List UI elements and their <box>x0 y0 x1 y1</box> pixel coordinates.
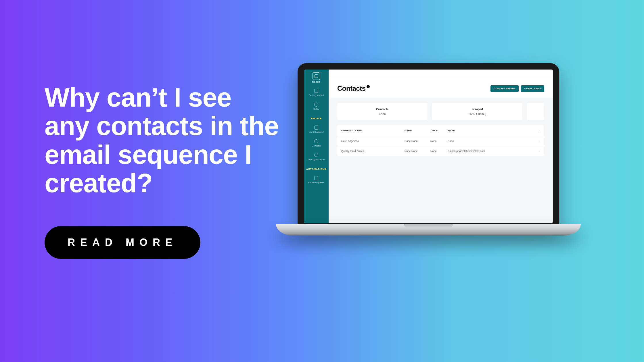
stat-card-partial <box>527 103 544 120</box>
cell-name: None None <box>405 150 430 153</box>
table-row[interactable]: Hotel Angeleno None None None None › <box>337 136 544 146</box>
stat-value: 1576 <box>340 112 425 115</box>
sidebar-item-label: Getting started <box>309 94 324 97</box>
brand-logo-icon <box>313 72 320 80</box>
col-company: COMPANY NAME <box>341 129 405 132</box>
stat-value: 1549 ( 98% ) <box>435 112 520 115</box>
cell-name: None None <box>405 140 430 143</box>
app-screen: ROCKS Getting started Sales PEOPLE List … <box>304 70 553 223</box>
app-topbar <box>329 70 553 78</box>
email-templates-icon <box>314 176 318 180</box>
chevron-right-icon: › <box>534 140 540 143</box>
sidebar-item-label: Sales <box>313 108 319 111</box>
contacts-table: COMPANY NAME NAME TITLE EMAIL L Hotel An… <box>337 125 544 156</box>
stat-label: Scraped <box>435 108 520 111</box>
header-buttons: CONTACT STATUS + NEW CONTA <box>490 85 544 92</box>
list-icon <box>314 126 318 130</box>
sidebar-item-sales[interactable]: Sales <box>312 103 320 111</box>
app-main: Contacts i CONTACT STATUS + NEW CONTA Co… <box>329 70 553 223</box>
sidebar-item-label: List | Segment <box>309 131 324 134</box>
table-header-row: COMPANY NAME NAME TITLE EMAIL L <box>337 125 544 136</box>
col-email: EMAIL <box>448 129 534 132</box>
cell-title: None <box>430 150 448 153</box>
getting-started-icon <box>314 89 318 93</box>
brand-logo-text: ROCKS <box>312 81 320 83</box>
stats-row: Contacts 1576 Scraped 1549 ( 98% ) <box>329 98 553 120</box>
sidebar-item-label: Lead generation <box>308 158 325 161</box>
new-contact-button[interactable]: + NEW CONTA <box>521 85 544 92</box>
table-row[interactable]: Quality Inn & Suites None None None clie… <box>337 146 544 156</box>
page-title: Contacts i <box>337 84 370 93</box>
sidebar-item-lead-generation[interactable]: Lead generation <box>307 153 326 161</box>
col-title: TITLE <box>430 129 448 132</box>
sidebar-item-list-segment[interactable]: List | Segment <box>308 126 325 134</box>
col-name: NAME <box>405 129 430 132</box>
chevron-right-icon: › <box>534 150 540 153</box>
read-more-button[interactable]: READ MORE <box>45 226 200 259</box>
laptop-notch <box>404 224 453 228</box>
laptop-base <box>276 224 581 236</box>
app-sidebar: ROCKS Getting started Sales PEOPLE List … <box>304 70 329 223</box>
sidebar-section-people: PEOPLE <box>311 117 322 120</box>
col-extra: L <box>534 129 540 132</box>
contacts-icon <box>314 139 318 143</box>
stat-label: Contacts <box>340 108 425 111</box>
sidebar-item-label: Contacts <box>312 145 321 147</box>
cell-company: Hotel Angeleno <box>341 140 405 143</box>
sidebar-item-contacts[interactable]: Contacts <box>310 139 322 147</box>
hero-title: Why can’t I see any contacts in the emai… <box>45 83 280 197</box>
laptop-screen-frame: ROCKS Getting started Sales PEOPLE List … <box>298 63 559 228</box>
sidebar-item-label: Email templates <box>308 181 325 184</box>
laptop-mockup: ROCKS Getting started Sales PEOPLE List … <box>276 63 581 270</box>
hero: Why can’t I see any contacts in the emai… <box>45 83 280 259</box>
cell-title: None <box>430 140 448 143</box>
sidebar-item-getting-started[interactable]: Getting started <box>308 89 325 97</box>
cell-email: clientsupport@choicehotels.com <box>448 150 534 153</box>
app-header: Contacts i CONTACT STATUS + NEW CONTA <box>329 78 553 98</box>
stat-card-scraped: Scraped 1549 ( 98% ) <box>432 103 522 120</box>
page-title-text: Contacts <box>337 84 366 93</box>
sidebar-item-email-templates[interactable]: Email templates <box>307 176 326 184</box>
lead-gen-icon <box>314 153 318 157</box>
sidebar-section-automations: AUTOMATIONS <box>306 168 326 170</box>
info-icon[interactable]: i <box>367 85 370 88</box>
stat-card-contacts: Contacts 1576 <box>337 103 428 120</box>
cell-company: Quality Inn & Suites <box>341 150 405 153</box>
contact-status-button[interactable]: CONTACT STATUS <box>490 85 519 92</box>
sales-icon <box>314 103 318 107</box>
cell-email: None <box>448 140 534 143</box>
